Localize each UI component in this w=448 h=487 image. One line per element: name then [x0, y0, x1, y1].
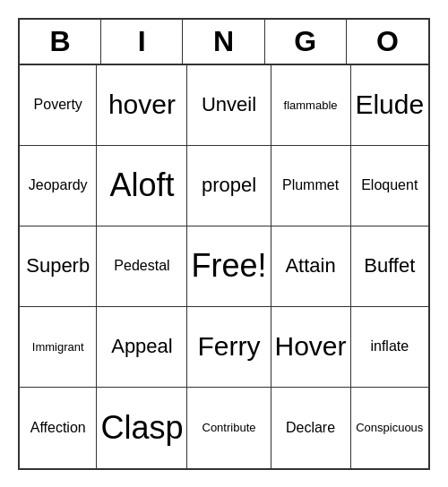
- cell-text: Aloft: [109, 167, 174, 204]
- cell-r2-c4: Buffet: [351, 226, 428, 307]
- cell-r3-c2: Ferry: [187, 307, 271, 388]
- cell-text: Hover: [275, 331, 347, 362]
- bingo-grid: PovertyhoverUnveilflammableEludeJeopardy…: [20, 65, 428, 468]
- cell-r4-c4: Conspicuous: [351, 388, 428, 468]
- cell-r0-c3: flammable: [271, 65, 351, 146]
- cell-text: Superb: [26, 254, 90, 278]
- cell-r4-c2: Contribute: [187, 388, 271, 468]
- cell-text: Elude: [355, 90, 424, 120]
- cell-r2-c3: Attain: [271, 226, 351, 307]
- cell-text: propel: [202, 174, 256, 197]
- cell-text: Clasp: [100, 409, 183, 447]
- cell-text: hover: [108, 90, 176, 120]
- cell-r3-c4: inflate: [351, 307, 428, 388]
- bingo-card: BINGO PovertyhoverUnveilflammableEludeJe…: [18, 18, 430, 470]
- cell-r0-c2: Unveil: [187, 65, 271, 146]
- cell-text: Conspicuous: [356, 421, 423, 434]
- cell-text: Declare: [286, 420, 335, 436]
- cell-text: flammable: [284, 98, 338, 112]
- cell-text: Free!: [191, 247, 266, 285]
- cell-text: Immigrant: [32, 340, 84, 354]
- cell-r1-c3: Plummet: [271, 146, 351, 226]
- cell-r2-c0: Superb: [20, 226, 97, 307]
- cell-r0-c0: Poverty: [20, 65, 97, 146]
- header-letter-i: I: [101, 20, 183, 64]
- cell-text: Eloquent: [361, 177, 418, 193]
- cell-r2-c2: Free!: [187, 226, 271, 307]
- cell-text: Appeal: [111, 335, 173, 358]
- cell-r3-c1: Appeal: [97, 307, 187, 388]
- cell-text: Attain: [285, 254, 335, 278]
- cell-text: Jeopardy: [29, 177, 88, 193]
- cell-text: Poverty: [34, 97, 82, 113]
- bingo-header: BINGO: [20, 20, 428, 65]
- cell-text: inflate: [370, 338, 409, 355]
- header-letter-b: B: [20, 20, 101, 64]
- cell-r0-c1: hover: [97, 65, 187, 146]
- cell-text: Unveil: [202, 93, 256, 116]
- cell-r1-c4: Eloquent: [351, 146, 428, 226]
- cell-r0-c4: Elude: [351, 65, 428, 146]
- cell-r1-c0: Jeopardy: [20, 146, 97, 226]
- cell-r1-c2: propel: [187, 146, 271, 226]
- cell-text: Pedestal: [114, 258, 169, 274]
- cell-r2-c1: Pedestal: [97, 226, 187, 307]
- cell-text: Affection: [30, 420, 86, 436]
- cell-r4-c0: Affection: [20, 388, 97, 468]
- cell-r4-c3: Declare: [271, 388, 351, 468]
- cell-text: Buffet: [364, 254, 415, 278]
- header-letter-g: G: [265, 20, 347, 64]
- cell-r1-c1: Aloft: [97, 146, 187, 226]
- cell-text: Plummet: [282, 177, 339, 193]
- cell-r4-c1: Clasp: [97, 388, 187, 468]
- header-letter-o: O: [347, 20, 428, 64]
- header-letter-n: N: [183, 20, 264, 64]
- cell-r3-c0: Immigrant: [20, 307, 97, 388]
- cell-r3-c3: Hover: [271, 307, 351, 388]
- cell-text: Ferry: [198, 331, 261, 362]
- cell-text: Contribute: [202, 421, 256, 434]
